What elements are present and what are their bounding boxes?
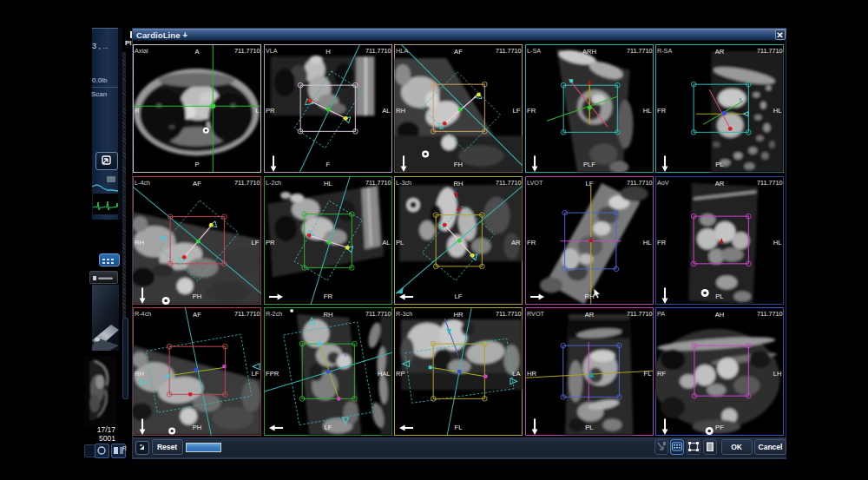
svg-text:RVOT: RVOT [527, 310, 545, 318]
svg-text:LF: LF [252, 239, 260, 247]
svg-text:711.7710: 711.7710 [496, 47, 522, 55]
svg-text:R-2ch: R-2ch [266, 310, 282, 318]
svg-text:HL: HL [642, 239, 651, 247]
svg-text:F: F [326, 161, 330, 168]
svg-text:711.7710: 711.7710 [365, 178, 391, 186]
svg-text:H: H [326, 48, 331, 56]
svg-text:711.7710: 711.7710 [234, 47, 260, 55]
svg-text:RH: RH [323, 311, 332, 319]
svg-text:HL: HL [773, 107, 782, 115]
svg-text:AF: AF [454, 48, 463, 56]
svg-text:711.7710: 711.7710 [234, 178, 260, 186]
svg-text:FR: FR [527, 107, 536, 115]
svg-text:AR: AR [715, 180, 725, 187]
svg-text:PL: PL [715, 161, 723, 168]
svg-text:RH: RH [135, 370, 144, 378]
svg-text:PH: PH [193, 424, 202, 431]
svg-text:PL: PL [396, 239, 404, 247]
svg-text:RH: RH [453, 180, 463, 187]
svg-text:711.7710: 711.7710 [496, 310, 522, 318]
svg-text:AF: AF [193, 311, 201, 319]
svg-text:R: R [135, 107, 140, 115]
svg-text:PF: PF [715, 424, 724, 431]
svg-text:LF: LF [252, 370, 260, 378]
svg-text:FR: FR [657, 239, 667, 247]
svg-text:FR: FR [657, 107, 667, 115]
svg-text:LVOT: LVOT [527, 178, 543, 186]
svg-text:LF: LF [455, 293, 463, 300]
svg-text:P: P [194, 161, 199, 168]
svg-text:L-4ch: L-4ch [135, 178, 150, 186]
svg-text:LA: LA [512, 370, 521, 378]
svg-text:PL: PL [715, 293, 723, 300]
svg-text:AR: AR [715, 48, 725, 56]
svg-text:711.7710: 711.7710 [626, 310, 652, 318]
svg-text:FR: FR [323, 293, 332, 300]
svg-text:L-2ch: L-2ch [266, 178, 281, 186]
svg-text:RP: RP [396, 370, 405, 378]
svg-text:711.7710: 711.7710 [234, 310, 260, 318]
svg-text:AL: AL [382, 107, 390, 115]
svg-text:AL: AL [382, 239, 390, 247]
svg-text:FL: FL [455, 424, 463, 431]
svg-text:R-3ch: R-3ch [396, 310, 412, 318]
svg-text:L: L [255, 107, 259, 115]
svg-text:711.7710: 711.7710 [365, 47, 391, 55]
svg-text:ARH: ARH [582, 48, 595, 56]
svg-text:HL: HL [642, 107, 651, 115]
svg-text:PR: PR [266, 239, 275, 247]
svg-text:HL: HL [324, 180, 332, 187]
svg-text:HR: HR [527, 370, 536, 378]
svg-text:LF: LF [513, 107, 521, 115]
svg-text:PA: PA [657, 310, 665, 318]
svg-text:RH: RH [396, 107, 405, 115]
svg-text:711.7710: 711.7710 [757, 47, 783, 55]
svg-text:PR: PR [266, 107, 275, 115]
svg-text:Axial: Axial [135, 47, 148, 55]
svg-text:711.7710: 711.7710 [626, 47, 652, 55]
svg-text:AH: AH [715, 311, 725, 319]
svg-text:AF: AF [193, 180, 201, 187]
svg-text:R-SA: R-SA [657, 47, 672, 55]
svg-text:AR: AR [584, 311, 594, 319]
svg-text:711.7710: 711.7710 [757, 310, 783, 318]
svg-text:HR: HR [453, 311, 463, 319]
svg-text:FL: FL [643, 370, 651, 378]
svg-text:L-3ch: L-3ch [396, 178, 411, 186]
svg-text:711.7710: 711.7710 [496, 178, 522, 186]
svg-text:711.7710: 711.7710 [626, 178, 652, 186]
svg-text:AoV: AoV [657, 178, 669, 186]
svg-text:HLA: HLA [396, 47, 408, 55]
svg-text:LF: LF [585, 180, 593, 187]
svg-text:RH: RH [584, 293, 594, 300]
svg-text:711.7710: 711.7710 [365, 310, 391, 318]
svg-text:LH: LH [773, 370, 782, 378]
svg-text:HL: HL [773, 239, 782, 247]
svg-text:VLA: VLA [266, 47, 278, 55]
svg-text:RH: RH [135, 239, 144, 247]
svg-text:L-SA: L-SA [527, 47, 541, 55]
svg-text:PH: PH [193, 293, 202, 300]
svg-text:FH: FH [454, 161, 463, 168]
svg-text:FPR: FPR [266, 370, 279, 378]
svg-text:AR: AR [511, 239, 521, 247]
svg-text:PLF: PLF [582, 161, 595, 168]
svg-text:711.7710: 711.7710 [757, 178, 783, 186]
svg-text:RF: RF [657, 370, 666, 378]
svg-text:HAL: HAL [377, 370, 390, 378]
svg-text:PL: PL [585, 424, 593, 431]
svg-text:FR: FR [527, 239, 536, 247]
svg-text:R-4ch: R-4ch [135, 310, 151, 318]
svg-text:LF: LF [324, 424, 332, 431]
